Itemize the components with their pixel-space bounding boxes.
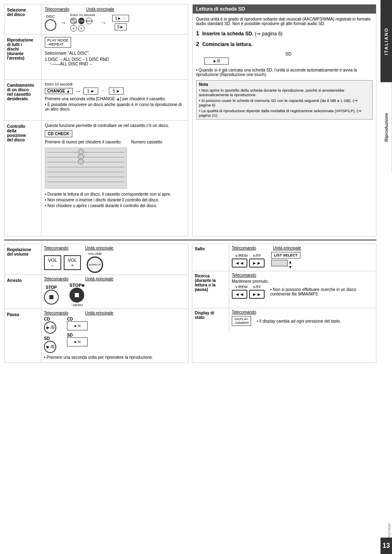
right-sd-section: Lettura di schede SD Questa unità è in g… <box>192 4 376 236</box>
slot-display-5: 5 ► <box>109 88 124 95</box>
riproduzione-label: Riproduzione di tutti i dischi (durante … <box>5 35 42 79</box>
num-1: ABCCHR <box>70 18 77 24</box>
cambiamento-content: Entro 10 secondi CHANGE ▲ → 1 ► · · · 5 … <box>42 80 188 120</box>
prev-btn-ricerca[interactable]: ◄◄ <box>232 290 247 299</box>
up-reg: Unità principale <box>85 246 113 250</box>
stop-controls: STOP STOP■ –DEMO <box>44 283 186 307</box>
regolazione-row: Regolazione del volume Telecomando Unità… <box>5 244 188 275</box>
slot-display-1: 1 ► <box>83 88 98 95</box>
slot-5-btn: 5► <box>115 23 127 30</box>
cd-tray-image <box>45 148 127 189</box>
next-btn-ricerca[interactable]: ►► <box>249 290 265 299</box>
tc-display: Telecomando <box>232 310 374 314</box>
tc-ric: Telecomando <box>232 273 265 277</box>
prev-btn-salto[interactable]: ◄◄ <box>232 259 247 268</box>
sd-label-display: SD <box>204 51 373 56</box>
tc-salto: Telecomando <box>232 246 265 250</box>
cd-play-up[interactable]: ►/II <box>67 321 88 330</box>
up-arr: Unità principale <box>85 277 113 281</box>
disc-seq: 1 DISC →ALL DISC→1 DISC RND <box>45 57 184 62</box>
sd-intro: Questa unità è in grado di riprodurre so… <box>196 17 373 26</box>
sd-header: Lettura di schede SD <box>193 5 376 14</box>
selezione-content: Telecomando Unità principale DISC → Entr… <box>42 5 188 34</box>
sd-play-up[interactable]: ►/II <box>67 337 88 346</box>
salto-row: Salto Telecomando Unità principale ∨/REW… <box>192 244 376 271</box>
up-label-selezione: Unità principale <box>86 7 114 12</box>
sd-step1: 1 Inserire la scheda SD. (⇒ pagina 6) <box>196 30 373 37</box>
volume-knob-area: VOLUME DOWN UP <box>87 252 103 273</box>
disc-icon <box>45 19 56 31</box>
num-2: 2ABC <box>78 18 85 24</box>
tc-reg: Telecomando <box>44 246 77 250</box>
salto-content: Telecomando Unità principale ∨/REW ∧/FF … <box>229 244 376 271</box>
stop-tc-area: STOP <box>44 285 59 305</box>
pausa-up: CD ►/II SD ►/II <box>67 317 88 346</box>
tc-ricerca: Telecomando <box>232 273 374 277</box>
page-number: 13 <box>380 538 392 554</box>
tc-up-pausa: Telecomando Unità principale <box>44 311 186 315</box>
tc-arr: Telecomando <box>44 277 77 281</box>
regolazione-content: Telecomando Unità principale VOL – VOL +… <box>42 244 188 275</box>
display-row: Display di stato Telecomando DISPLAY –DI… <box>192 308 376 333</box>
pausa-content: Telecomando Unità principale CD ►/II SD <box>42 309 188 362</box>
controllo-intro: Questa funzione permette di controllare … <box>45 123 184 128</box>
stop-up-area: STOP■ –DEMO <box>69 283 84 307</box>
pausa-controls: CD ►/II SD ►/II CD ►/ <box>44 317 186 353</box>
selezionare-text: Selezionare "ALL DISC". <box>45 51 184 55</box>
ricerca-row: Ricerca (durante la lettura o la pausa) … <box>192 271 376 308</box>
riproduzione-tab: Riproduzione <box>380 82 392 173</box>
entro-label: Entro 10 secondi <box>70 13 95 17</box>
ricerca-note: • Non si possono effettuare ricerche in … <box>270 287 374 296</box>
play-mode-box: PLAY MODE –REPEAT <box>45 37 71 48</box>
ricerca-content: Telecomando Mantenere premuto. ∨/REW ∧/F… <box>229 271 376 308</box>
top-section: Selezione del disco Telecomando Unità pr… <box>4 4 376 240</box>
regolazione-label: Regolazione del volume <box>5 244 42 275</box>
arresto-label: Arresto <box>5 275 42 309</box>
num-4: 4 <box>70 25 77 32</box>
numero-cassetto: Numero cassetto <box>131 140 162 144</box>
riproduzione-all-row: Riproduzione di tutti i dischi (durante … <box>5 35 188 80</box>
salto-controls: ∨/REW ∧/FF ◄◄ ►► LIST SELECT <box>232 252 374 269</box>
ricerca-btns: ∨/REW ∧/FF ◄◄ ►► • Non si possono effett… <box>232 285 374 299</box>
sd-play-tc[interactable]: ►/II <box>44 341 56 353</box>
list-select-area: LIST SELECT ▲ ▼ <box>271 252 301 269</box>
next-btn-salto[interactable]: ►► <box>249 259 265 268</box>
tc-up-salto: Telecomando Unità principale <box>232 246 374 250</box>
stop-up-btn[interactable] <box>69 288 84 302</box>
salto-label: Salto <box>192 244 229 271</box>
cd-check-btn[interactable]: CD CHECK <box>45 130 72 137</box>
italiano-tab: ITALIANO <box>380 0 392 82</box>
change-desc1: Premere una seconda volta [CHANGE ▲] per… <box>45 97 184 101</box>
sd-play-control: SD ►/II <box>204 51 373 65</box>
tc-pau: Telecomando <box>44 311 77 315</box>
list-select-btn[interactable]: LIST SELECT <box>271 252 301 259</box>
tc-up-regolazione: Telecomando Unità principale <box>44 246 186 250</box>
arrow-1: → <box>60 19 66 26</box>
bottom-section: Regolazione del volume Telecomando Unità… <box>4 244 376 363</box>
cambiamento-label: Cambiamento di un disco nel cassetto des… <box>5 80 42 120</box>
pausa-label: Pausa <box>5 309 42 362</box>
change-controls: CHANGE ▲ → 1 ► · · · 5 ► <box>45 88 184 95</box>
tc-label-selezione: Telecomando <box>45 7 78 12</box>
tc-disp: Telecomando <box>232 310 265 314</box>
cd-play-tc[interactable]: ►/II <box>44 321 56 334</box>
arresto-content: Telecomando Unità principale STOP STOP■ <box>42 275 188 309</box>
sd-step2: 2 Cominciare la lettura. <box>196 41 373 47</box>
pausa-note: • Premere una seconda volta per riprende… <box>44 355 186 360</box>
nota-bullets: • Non aprire lo sportello della scheda d… <box>199 88 370 118</box>
vol-plus-btn[interactable]: VOL + <box>64 255 81 270</box>
volume-knob[interactable]: DOWN UP <box>87 256 103 273</box>
controllo-row: Controllo della posizione del disco Ques… <box>5 121 188 236</box>
dimmer-btn[interactable]: DISPLAY –DIMMER <box>232 316 251 326</box>
arrow-2: → <box>101 19 106 26</box>
display-controls: DISPLAY –DIMMER • Il display cambia ad o… <box>232 316 374 326</box>
vol-minus-btn[interactable]: VOL – <box>44 255 61 270</box>
stop-tc-btn[interactable] <box>44 290 59 305</box>
num-5: 5 <box>78 25 85 32</box>
tc-up-header-selezione: Telecomando Unità principale <box>45 7 184 12</box>
change-btn[interactable]: CHANGE ▲ <box>45 88 73 94</box>
sd-play-btn[interactable]: ►/II <box>204 58 229 65</box>
cd-close-desc: Premere di nuovo per chiudere il cassett… <box>45 140 162 144</box>
controllo-bullets: • Durante la lettura di un disco, il cas… <box>45 192 184 208</box>
nota-box: Nota • Non aprire lo sportello della sch… <box>196 80 373 120</box>
